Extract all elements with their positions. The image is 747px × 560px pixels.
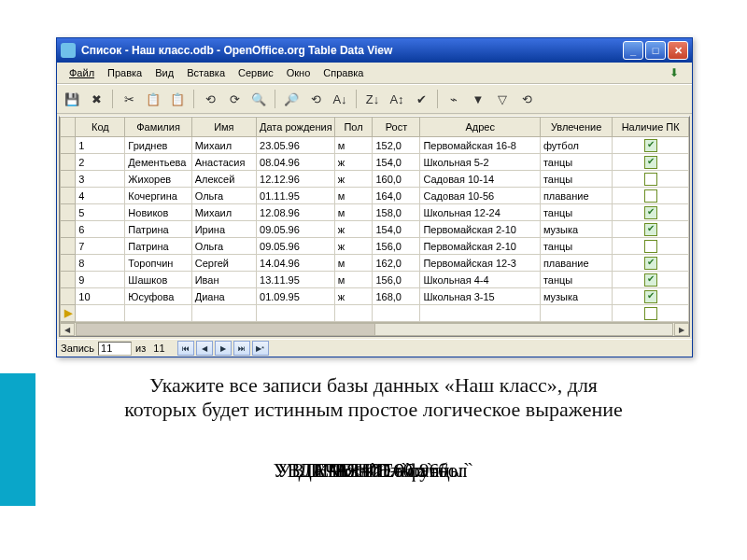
toolbar-button-8[interactable]: 🔎 [280,88,303,110]
cell-birth[interactable]: 14.04.96 [257,255,335,272]
cell-address[interactable]: Садовая 10-56 [420,188,540,204]
cell-birth[interactable]: 12.12.96 [257,171,335,188]
cell-height[interactable]: 164,0 [373,188,420,204]
checkbox-icon[interactable] [644,156,657,169]
scroll-thumb[interactable] [77,324,375,335]
nav-new-button[interactable]: ▶* [252,341,269,356]
cell-code[interactable]: 6 [76,221,125,238]
cell-sex[interactable]: м [334,137,373,154]
checkbox-icon[interactable] [644,206,657,219]
cell-birth[interactable]: 13.11.95 [257,272,335,288]
col-name[interactable]: Имя [191,118,256,137]
cell-sex[interactable]: м [334,272,373,288]
toolbar-button-17[interactable]: ⟲ [515,88,538,110]
nav-first-button[interactable]: ⏮ [177,341,194,356]
checkbox-icon[interactable] [644,139,657,152]
cell-surname[interactable]: Юсуфова [125,288,191,305]
cell-sex[interactable]: ж [334,238,373,255]
toolbar-button-4[interactable]: 📋 [166,88,189,110]
menu-insert[interactable]: Вставка [180,65,232,80]
cell-pc[interactable] [613,171,689,188]
cell-hobby[interactable]: футбол [540,137,612,154]
cell-hobby[interactable]: танцы [540,238,612,255]
toolbar-button-15[interactable]: ▼ [467,88,489,110]
cell-name[interactable]: Михаил [191,137,256,154]
toolbar-button-9[interactable]: ⟲ [304,88,327,110]
data-grid[interactable]: Код Фамилия Имя Дата рождения Пол Рост А… [60,117,689,322]
col-pc[interactable]: Наличие ПК [613,118,689,137]
cell-code[interactable]: 3 [76,171,125,188]
scroll-track[interactable] [76,323,673,336]
col-birth[interactable]: Дата рождения [257,118,335,137]
checkbox-icon[interactable] [644,189,657,203]
cell-height[interactable]: 154,0 [373,154,420,171]
record-current-input[interactable] [98,342,132,356]
table-row[interactable]: 2ДементьеваАнастасия08.04.96ж154,0Школьн… [61,154,689,171]
cell-pc[interactable] [613,221,689,238]
cell-pc[interactable] [613,154,689,171]
cell-hobby[interactable]: танцы [540,204,612,221]
menu-tools[interactable]: Сервис [232,65,280,80]
cell-pc[interactable] [613,204,689,221]
cell-address[interactable]: Садовая 10-14 [420,171,540,188]
cell-code[interactable]: 1 [76,137,125,154]
cell-surname[interactable]: Кочергина [125,188,191,204]
cell-surname[interactable]: Жихорев [125,171,191,188]
cell-code[interactable]: 10 [76,288,125,305]
cell-hobby[interactable]: танцы [540,154,612,171]
cell-sex[interactable]: ж [334,221,373,238]
row-selector[interactable] [61,272,76,288]
cell-height[interactable]: 162,0 [373,255,420,272]
row-selector[interactable] [61,221,76,238]
cell-hobby[interactable]: музыка [540,288,612,305]
cell-code[interactable]: 9 [76,272,125,288]
scroll-left-button[interactable]: ◀ [60,323,75,336]
cell-code[interactable]: 8 [76,255,125,272]
checkbox-icon[interactable] [644,257,657,270]
close-button[interactable]: ✕ [668,41,688,60]
cell-address[interactable]: Первомайская 12-3 [420,255,540,272]
cell-code[interactable]: 5 [76,204,125,221]
nav-last-button[interactable]: ⏭ [233,341,250,356]
cell-code[interactable]: 2 [76,154,125,171]
toolbar-button-2[interactable]: ✂ [118,88,140,110]
cell-sex[interactable]: ж [334,154,373,171]
col-hobby[interactable]: Увлечение [540,118,612,137]
cell-height[interactable]: 160,0 [373,171,420,188]
cell-name[interactable]: Ольга [191,238,256,255]
cell-pc[interactable] [613,288,689,305]
cell-height[interactable]: 156,0 [373,238,420,255]
cell-name[interactable]: Диана [191,288,256,305]
table-row[interactable]: 9ШашковИван13.11.95м156,0Школьная 4-4тан… [61,272,689,288]
cell-surname[interactable]: Торопчин [125,255,191,272]
checkbox-icon[interactable] [644,240,657,253]
cell-code[interactable]: 7 [76,238,125,255]
cell-sex[interactable]: м [334,204,373,221]
checkbox-icon[interactable] [644,223,657,236]
cell-address[interactable]: Первомайская 2-10 [420,238,540,255]
cell-pc[interactable] [613,188,689,204]
cell-address[interactable]: Школьная 3-15 [420,288,540,305]
cell-pc[interactable] [613,272,689,288]
menu-edit[interactable]: Правка [101,65,148,80]
row-selector[interactable] [61,171,76,188]
toolbar-button-5[interactable]: ⟲ [199,88,221,110]
cell-birth[interactable]: 23.05.96 [257,137,335,154]
cell-birth[interactable]: 09.05.96 [257,221,335,238]
row-selector[interactable] [61,188,76,204]
cell-address[interactable]: Первомайская 2-10 [420,221,540,238]
toolbar-button-12[interactable]: A↕ [386,88,408,110]
cell-surname[interactable]: Патрина [125,221,191,238]
cell-height[interactable]: 158,0 [373,204,420,221]
cell-code[interactable]: 4 [76,188,125,204]
toolbar-button-16[interactable]: ▽ [491,88,514,110]
table-row[interactable]: 4КочергинаОльга01.11.95м164,0Садовая 10-… [61,188,689,204]
cell-address[interactable]: Первомайская 16-8 [420,137,540,154]
cell-address[interactable]: Школьная 4-4 [420,272,540,288]
table-row[interactable]: 10ЮсуфоваДиана01.09.95ж168,0Школьная 3-1… [61,288,689,305]
toolbar-button-1[interactable]: ✖ [85,88,107,110]
cell-surname[interactable]: Шашков [125,272,191,288]
cell-birth[interactable]: 01.11.95 [257,188,335,204]
cell-surname[interactable]: Новиков [125,204,191,221]
cell-name[interactable]: Ольга [191,188,256,204]
